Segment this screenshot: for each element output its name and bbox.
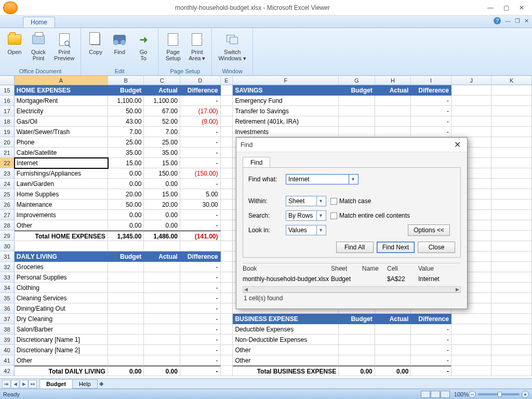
row-header[interactable]: 33 <box>0 272 15 283</box>
cell[interactable] <box>144 345 180 355</box>
cell[interactable] <box>108 314 144 324</box>
cell[interactable] <box>221 303 233 314</box>
cell[interactable]: Improvements <box>15 210 108 220</box>
cell[interactable] <box>221 262 233 272</box>
cell[interactable] <box>451 314 492 324</box>
cell[interactable]: Discretionary [Name 2] <box>15 345 108 355</box>
chevron-down-icon[interactable]: ▼ <box>349 175 357 184</box>
sheet-nav-next[interactable]: ▶ <box>20 380 28 388</box>
cell[interactable]: - <box>411 127 451 137</box>
cell[interactable] <box>491 324 532 335</box>
cell[interactable] <box>144 324 180 335</box>
cell[interactable] <box>491 189 532 200</box>
mdi-close-icon[interactable]: ✕ <box>524 18 529 24</box>
cell[interactable] <box>491 148 532 158</box>
view-page-break-button[interactable] <box>441 391 450 398</box>
cell[interactable]: - <box>180 366 221 376</box>
cell[interactable] <box>108 293 144 303</box>
cell[interactable]: Budget <box>108 251 144 262</box>
cell[interactable] <box>221 179 233 189</box>
cell[interactable]: Other <box>233 355 339 366</box>
cell[interactable] <box>375 127 411 137</box>
zoom-out-button[interactable]: − <box>469 391 476 398</box>
cell[interactable] <box>221 148 233 158</box>
cell[interactable] <box>375 96 411 106</box>
find-button[interactable]: Find <box>108 30 131 56</box>
find-dialog-close-icon[interactable]: ✕ <box>452 140 463 150</box>
cell[interactable]: 0.00 <box>108 210 144 220</box>
col-header-I[interactable]: I <box>411 76 451 85</box>
cell[interactable]: - <box>180 179 221 189</box>
cell[interactable] <box>491 127 532 137</box>
sheet-tab-help[interactable]: Help <box>72 379 98 389</box>
cell[interactable]: 5.00 <box>180 189 221 200</box>
cell[interactable] <box>491 241 532 251</box>
cell[interactable]: Total BUSINESS EXPENSE <box>233 366 339 376</box>
cell[interactable]: 52.00 <box>144 116 180 127</box>
print-preview-button[interactable]: Print Preview <box>51 30 77 62</box>
cell[interactable]: Other <box>15 355 108 366</box>
cell[interactable] <box>339 96 375 106</box>
row-header[interactable]: 18 <box>0 116 15 127</box>
row-header[interactable]: 42 <box>0 366 15 376</box>
cell[interactable]: 20.00 <box>108 189 144 200</box>
sheet-nav-last[interactable]: ⏭ <box>29 380 37 388</box>
cell[interactable]: (9.00) <box>180 116 221 127</box>
cell[interactable] <box>221 241 233 251</box>
sheet-nav-prev[interactable]: ◀ <box>11 380 19 388</box>
cell[interactable]: (17.00) <box>180 106 221 116</box>
cell[interactable] <box>144 241 180 251</box>
lookin-combo[interactable]: ▼ <box>286 225 326 235</box>
cell[interactable]: 15.00 <box>144 189 180 200</box>
cell[interactable]: Other <box>15 220 108 231</box>
cell[interactable] <box>221 158 233 168</box>
cell[interactable]: Cleaning Services <box>15 293 108 303</box>
cell[interactable] <box>339 106 375 116</box>
cell[interactable] <box>221 137 233 148</box>
match-case-checkbox[interactable]: Match case <box>330 197 371 205</box>
cell[interactable]: Difference <box>411 85 451 96</box>
cell[interactable]: Electricity <box>15 106 108 116</box>
match-entire-checkbox[interactable]: Match entire cell contents <box>330 212 410 219</box>
cell[interactable] <box>108 345 144 355</box>
row-header[interactable]: 32 <box>0 262 15 272</box>
cell[interactable] <box>221 96 233 106</box>
cell[interactable] <box>108 335 144 345</box>
cell[interactable]: - <box>411 366 451 376</box>
sheet-nav-first[interactable]: ⏮ <box>2 380 10 388</box>
cell[interactable]: 30.00 <box>180 200 221 210</box>
cell[interactable] <box>339 345 375 355</box>
cell[interactable] <box>491 158 532 168</box>
cell[interactable] <box>144 303 180 314</box>
cell[interactable]: 150.00 <box>144 168 180 179</box>
row-header[interactable]: 39 <box>0 335 15 345</box>
cell[interactable] <box>339 116 375 127</box>
cell[interactable] <box>339 127 375 137</box>
col-header-E[interactable]: E <box>221 76 233 85</box>
cell[interactable] <box>375 324 411 335</box>
cell[interactable] <box>144 355 180 366</box>
cell[interactable]: Salon/Barber <box>15 324 108 335</box>
cell[interactable] <box>108 283 144 293</box>
cell[interactable] <box>375 345 411 355</box>
row-header[interactable]: 27 <box>0 210 15 220</box>
cell[interactable]: Deductible Expenses <box>233 324 339 335</box>
cell[interactable]: Personal Supplies <box>15 272 108 283</box>
zoom-slider[interactable] <box>478 393 520 395</box>
row-header[interactable]: 20 <box>0 137 15 148</box>
col-header-G[interactable]: G <box>339 76 375 85</box>
row-header[interactable]: 31 <box>0 251 15 262</box>
cell[interactable] <box>491 231 532 241</box>
options-button[interactable]: Options << <box>408 224 450 236</box>
row-header[interactable]: 15 <box>0 85 15 96</box>
cell[interactable] <box>221 314 233 324</box>
cell[interactable]: Difference <box>180 85 221 96</box>
cell[interactable]: 67.00 <box>144 106 180 116</box>
find-what-input[interactable] <box>286 175 349 184</box>
row-header[interactable]: 17 <box>0 106 15 116</box>
cell[interactable]: 35.00 <box>108 148 144 158</box>
cell[interactable]: 1,486.00 <box>144 231 180 241</box>
cell[interactable] <box>451 324 492 335</box>
cell[interactable]: 0.00 <box>144 179 180 189</box>
cell[interactable]: 25.00 <box>144 137 180 148</box>
